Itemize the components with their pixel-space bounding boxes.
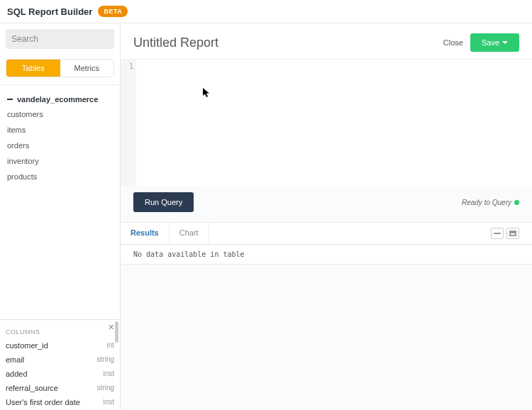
save-button[interactable]: Save <box>470 33 519 52</box>
status-label: Ready to Query <box>462 199 511 206</box>
empty-message: No data available in table <box>133 250 245 258</box>
table-item[interactable]: products <box>0 169 120 184</box>
line-number: 1 <box>121 62 133 70</box>
sidebar-tabs: Tables Metrics <box>6 59 114 77</box>
query-status: Ready to Query <box>462 199 519 206</box>
main-layout: Tables Metrics vandelay_ecommerce custom… <box>0 23 532 409</box>
sidebar: Tables Metrics vandelay_ecommerce custom… <box>0 23 121 409</box>
sql-editor[interactable]: 1 <box>121 59 532 187</box>
line-gutter: 1 <box>121 60 136 187</box>
title-bar: Untitled Report Close Save <box>121 23 532 59</box>
content-area: Untitled Report Close Save 1 Run Query R… <box>121 23 532 409</box>
code-area[interactable] <box>136 60 532 187</box>
results-tabs: Results Chart <box>121 222 532 245</box>
app-header: SQL Report Builder BETA <box>0 0 532 23</box>
tab-tables[interactable]: Tables <box>6 60 60 77</box>
compact-view-icon[interactable] <box>491 228 504 239</box>
column-row[interactable]: addedinst <box>6 367 114 381</box>
beta-badge: BETA <box>98 6 128 17</box>
table-item[interactable]: inventory <box>0 153 120 169</box>
view-icons <box>491 228 519 239</box>
close-button[interactable]: Close <box>443 38 463 47</box>
scrollbar[interactable] <box>115 321 118 343</box>
tab-chart[interactable]: Chart <box>170 223 209 244</box>
column-row[interactable]: emailstring <box>6 353 114 367</box>
search-wrap <box>0 23 120 55</box>
chevron-down-icon <box>502 41 508 44</box>
expand-view-icon[interactable] <box>506 228 519 239</box>
table-item[interactable]: customers <box>0 106 120 122</box>
table-item[interactable]: orders <box>0 138 120 153</box>
save-label: Save <box>482 38 499 47</box>
database-label: vandelay_ecommerce <box>17 95 98 104</box>
table-item[interactable]: items <box>0 122 120 138</box>
status-dot-icon <box>514 200 519 205</box>
run-bar: Run Query Ready to Query <box>121 187 532 218</box>
close-icon[interactable]: × <box>109 321 114 333</box>
collapse-icon <box>7 99 13 100</box>
database-node[interactable]: vandelay_ecommerce <box>0 92 120 106</box>
tab-metrics[interactable]: Metrics <box>60 60 114 77</box>
columns-header: COLUMNS <box>6 328 114 336</box>
app-title: SQL Report Builder <box>7 6 92 17</box>
tables-tree: vandelay_ecommerce customers items order… <box>0 84 120 319</box>
column-row[interactable]: referral_sourcestring <box>6 381 114 395</box>
column-row[interactable]: User's first order dateinst <box>6 395 114 409</box>
report-title[interactable]: Untitled Report <box>133 35 443 50</box>
results-body: No data available in table <box>121 245 532 265</box>
run-query-button[interactable]: Run Query <box>133 192 194 212</box>
tabs-left: Results Chart <box>121 223 209 244</box>
search-input[interactable] <box>6 29 114 49</box>
column-row[interactable]: customer_idint <box>6 338 114 353</box>
tab-results[interactable]: Results <box>121 223 170 244</box>
columns-panel: × COLUMNS customer_idint emailstring add… <box>0 319 120 409</box>
